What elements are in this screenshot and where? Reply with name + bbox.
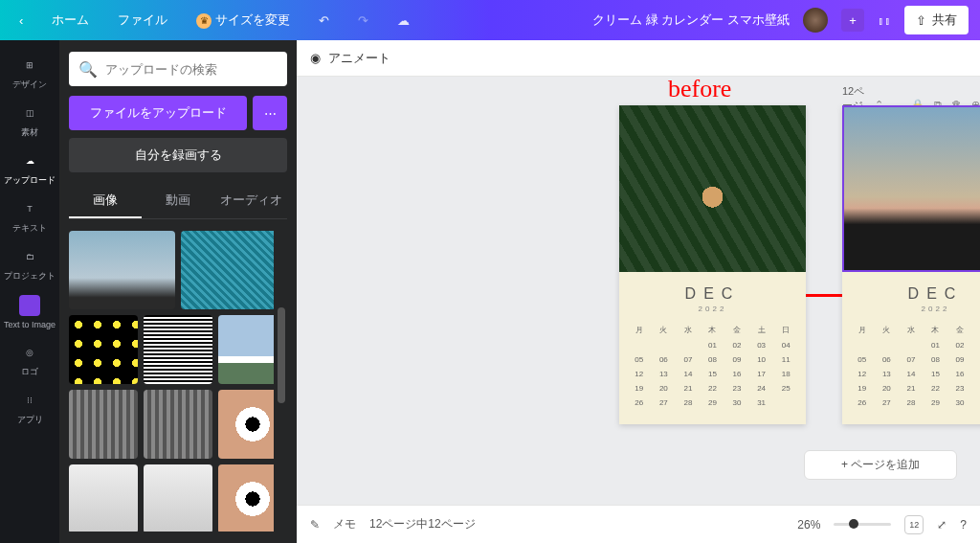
uploads-icon: ☁: [20, 151, 39, 170]
resize-button[interactable]: ♛サイズを変更: [189, 8, 298, 33]
calendar-day: 20: [877, 384, 898, 393]
calendar-day: 26: [629, 398, 650, 407]
calendar-weekday: 日: [775, 325, 796, 335]
texttoimage-icon: [19, 295, 40, 316]
search-field[interactable]: [105, 62, 278, 77]
page-view-button[interactable]: 12: [904, 515, 924, 534]
fullscreen-icon[interactable]: ⤢: [937, 518, 947, 532]
rail-uploads[interactable]: ☁アップロード: [3, 146, 56, 192]
calendar-day: 22: [702, 384, 724, 393]
upload-thumb[interactable]: [69, 315, 138, 384]
rail-texttoimage[interactable]: Text to Image: [3, 289, 56, 335]
calendar-day: 29: [925, 398, 947, 407]
calendar-weekday: 金: [949, 325, 970, 335]
add-member-button[interactable]: +: [841, 9, 864, 32]
home-button[interactable]: ホーム: [44, 8, 97, 33]
redo-icon[interactable]: ↷: [350, 10, 376, 32]
share-button[interactable]: ⇧共有: [904, 6, 969, 34]
zoom-value[interactable]: 26%: [797, 518, 820, 532]
avatar[interactable]: [803, 8, 828, 33]
elements-icon: ◫: [20, 103, 39, 123]
page-image-selected[interactable]: [842, 105, 980, 272]
analytics-icon[interactable]: ⫾⫾: [878, 13, 891, 28]
search-input[interactable]: 🔍: [69, 52, 287, 86]
calendar-day: 16: [949, 370, 970, 378]
share-label: 共有: [932, 11, 957, 29]
upload-thumb[interactable]: [69, 231, 175, 309]
calendar-weekday: 月: [629, 325, 650, 335]
scrollbar-thumb[interactable]: [278, 307, 285, 403]
upload-thumb[interactable]: [69, 390, 138, 459]
calendar-day: 30: [726, 398, 747, 407]
rail-label: デザイン: [12, 79, 47, 91]
apps-icon: ⁝⁝: [20, 391, 39, 410]
notes-icon[interactable]: ✎: [310, 518, 320, 532]
animate-button[interactable]: アニメート: [328, 50, 390, 67]
tab-video[interactable]: 動画: [142, 184, 214, 218]
rail-text[interactable]: Tテキスト: [3, 193, 56, 239]
calendar-weekday: 木: [925, 325, 947, 335]
calendar-day: 16: [726, 370, 747, 378]
calendar-day: 17: [974, 370, 980, 378]
rail-apps[interactable]: ⁝⁝アプリ: [3, 385, 56, 431]
calendar-day: 21: [678, 384, 699, 393]
add-page-button[interactable]: + ページを追加: [804, 450, 957, 480]
upload-more-button[interactable]: ⋯: [253, 96, 287, 130]
rail-logo[interactable]: ◎ロゴ: [3, 337, 56, 383]
undo-icon[interactable]: ↶: [311, 10, 337, 32]
calendar-day: 02: [949, 341, 970, 350]
calendar-day: 01: [702, 341, 724, 350]
calendar-month: DEC: [852, 285, 980, 303]
calendar-day: 27: [877, 398, 898, 407]
calendar-day: 24: [751, 384, 772, 393]
calendar-day: 31: [751, 398, 772, 407]
projects-icon: 🗀: [20, 247, 39, 266]
calendar-day: 21: [901, 384, 922, 393]
rail-label: ロゴ: [21, 366, 38, 378]
calendar-weekday: 土: [974, 325, 980, 335]
rail-label: アップロード: [4, 174, 56, 187]
upload-thumb[interactable]: [144, 390, 212, 459]
upload-thumb[interactable]: [144, 315, 212, 384]
record-button[interactable]: 自分を録画する: [69, 138, 287, 172]
upload-thumb[interactable]: [181, 231, 287, 309]
calendar-day: 20: [654, 384, 675, 393]
cloud-sync-icon[interactable]: ☁: [390, 10, 417, 32]
tab-audio[interactable]: オーディオ: [214, 184, 287, 218]
rail-label: Text to Image: [4, 320, 56, 329]
rail-projects[interactable]: 🗀プロジェクト: [3, 241, 56, 287]
calendar-day: 12: [629, 370, 650, 378]
upload-thumb[interactable]: [69, 464, 138, 532]
notes-button[interactable]: メモ: [333, 516, 356, 532]
document-title[interactable]: クリーム 緑 カレンダー スマホ壁紙: [592, 11, 790, 29]
back-icon[interactable]: ‹: [11, 10, 31, 32]
calendar-weekday: 火: [654, 325, 675, 335]
file-button[interactable]: ファイル: [110, 8, 175, 33]
calendar-day: 02: [726, 341, 747, 350]
calendar-day: 15: [925, 370, 947, 378]
upload-thumb[interactable]: [144, 464, 212, 532]
annotation-before: before: [668, 77, 731, 103]
calendar-day: 26: [852, 398, 873, 407]
calendar-day: 28: [678, 398, 699, 407]
calendar-day: 05: [852, 355, 873, 364]
zoom-slider[interactable]: [834, 523, 891, 526]
design-icon: ⊞: [20, 56, 39, 75]
tab-image[interactable]: 画像: [69, 184, 142, 218]
rail-design[interactable]: ⊞デザイン: [3, 50, 56, 96]
calendar-day: 28: [901, 398, 922, 407]
crown-icon: ♛: [196, 13, 212, 29]
calendar-day: [629, 341, 650, 350]
calendar-weekday: 木: [702, 325, 724, 335]
calendar-weekday: 金: [726, 325, 747, 335]
calendar-year: 2022: [852, 305, 980, 313]
upload-button[interactable]: ファイルをアップロード: [69, 96, 247, 130]
calendar-page-after[interactable]: DEC 2022 月火水木金土日010203040506070809101112…: [842, 105, 980, 424]
rail-elements[interactable]: ◫素材: [3, 98, 56, 144]
panel-scrollbar[interactable]: [274, 231, 287, 532]
help-icon[interactable]: ?: [960, 518, 967, 532]
text-icon: T: [20, 199, 39, 218]
calendar-page-before[interactable]: DEC 2022 月火水木金土日010203040506070809101112…: [619, 105, 806, 424]
calendar-year: 2022: [629, 305, 796, 313]
rail-label: アプリ: [17, 414, 43, 426]
